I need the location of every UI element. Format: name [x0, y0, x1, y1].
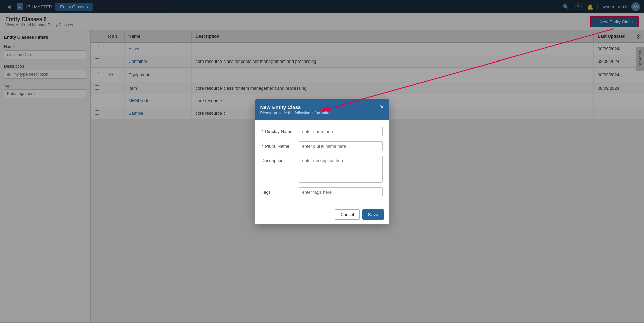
- tags-row: Tags: [262, 187, 383, 197]
- modal-body: * Display Name * Plural Name Description: [255, 120, 389, 205]
- tags-label: Tags: [262, 187, 299, 195]
- plural-name-input[interactable]: [299, 141, 383, 151]
- modal-subtitle: Please provide the following information…: [260, 111, 333, 115]
- modal-close-button[interactable]: ✕: [380, 104, 384, 110]
- display-name-label: * Display Name: [262, 127, 299, 134]
- modal-header-text: New Entity Class Please provide the foll…: [260, 104, 333, 115]
- display-name-input[interactable]: [299, 127, 383, 136]
- close-icon: ✕: [380, 104, 384, 110]
- description-textarea[interactable]: [299, 156, 383, 183]
- required-marker: *: [262, 129, 263, 134]
- required-marker-2: *: [262, 144, 263, 149]
- description-row: Description: [262, 156, 383, 183]
- modal-header: New Entity Class Please provide the foll…: [255, 99, 389, 120]
- new-entity-class-modal: New Entity Class Please provide the foll…: [255, 99, 389, 224]
- modal-footer: Cancel Save: [255, 205, 389, 224]
- modal-overlay[interactable]: New Entity Class Please provide the foll…: [0, 0, 644, 323]
- plural-name-row: * Plural Name: [262, 141, 383, 151]
- plural-name-label: * Plural Name: [262, 141, 299, 149]
- tags-input[interactable]: [299, 187, 383, 197]
- save-button[interactable]: Save: [362, 209, 384, 220]
- display-name-row: * Display Name: [262, 127, 383, 136]
- modal-title: New Entity Class: [260, 104, 333, 110]
- cancel-button[interactable]: Cancel: [335, 209, 359, 220]
- description-label: Description: [262, 156, 299, 163]
